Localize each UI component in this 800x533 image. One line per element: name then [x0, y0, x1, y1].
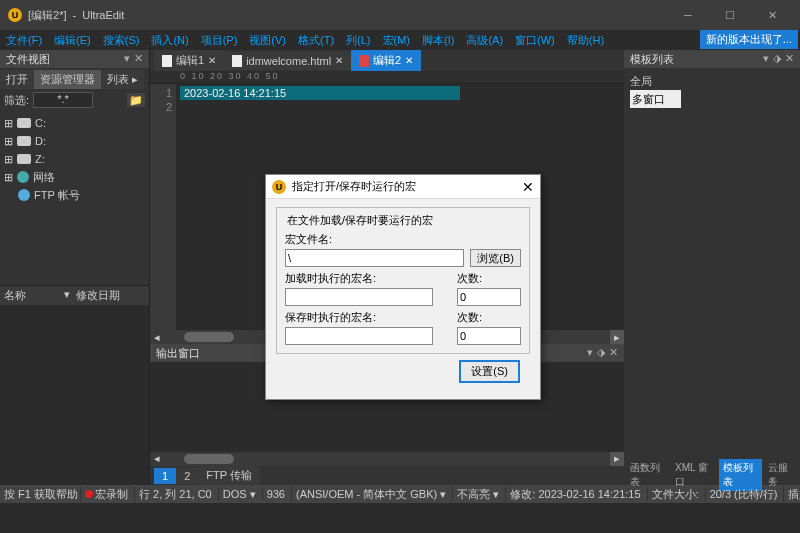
drive-z[interactable]: ⊞ Z: [4, 150, 145, 168]
set-button[interactable]: 设置(S) [459, 360, 520, 383]
tab-close-icon[interactable]: ✕ [208, 55, 216, 66]
output-tab-2[interactable]: 2 [176, 468, 198, 484]
save-count-input[interactable] [457, 327, 521, 345]
save-count-label: 次数: [457, 310, 521, 325]
menu-macro[interactable]: 宏(M) [383, 33, 411, 48]
file-list-body [0, 305, 149, 485]
ftp-item[interactable]: FTP 帐号 [4, 186, 145, 204]
app-icon: U [8, 8, 22, 22]
file-view-header: 文件视图 ▾✕ [0, 50, 149, 68]
menu-view[interactable]: 视图(V) [249, 33, 286, 48]
pin-icon[interactable]: ▾ [124, 52, 130, 66]
template-title: 模板列表 [630, 52, 674, 66]
tab-close-icon[interactable]: ✕ [335, 55, 343, 66]
file-icon [359, 55, 369, 67]
dialog-titlebar[interactable]: U 指定打开/保存时运行的宏 ✕ [266, 175, 540, 199]
close-button[interactable]: ✕ [752, 1, 792, 29]
menu-edit[interactable]: 编辑(E) [54, 33, 91, 48]
scrollbar-thumb[interactable] [184, 332, 234, 342]
dialog-close-icon[interactable]: ✕ [522, 179, 534, 195]
maximize-button[interactable]: ☐ [710, 1, 750, 29]
explorer-tab[interactable]: 资源管理器 [34, 70, 101, 89]
text-line-1[interactable]: 2023-02-16 14:21:15 [180, 86, 460, 100]
network-item[interactable]: ⊞ 网络 [4, 168, 145, 186]
doc-tab-1[interactable]: 编辑1✕ [154, 50, 224, 71]
output-tab-1[interactable]: 1 [154, 468, 176, 484]
titlebar: U [编辑2*] - UltraEdit ─ ☐ ✕ [0, 0, 800, 30]
save-macro-input[interactable] [285, 327, 433, 345]
line-gutter: 1 2 [150, 84, 176, 330]
sb-size: 文件大小: [647, 487, 703, 502]
browse-button[interactable]: 浏览(B) [470, 249, 521, 267]
menu-project[interactable]: 项目(P) [201, 33, 238, 48]
menu-script[interactable]: 脚本(I) [422, 33, 454, 48]
output-tab-ftp[interactable]: FTP 传输 [198, 466, 260, 485]
sb-mod: 修改: 2023-02-16 14:21:15 [505, 487, 644, 502]
template-global[interactable]: 全局 [630, 72, 794, 90]
sb-pos: 行 2, 列 21, C0 [134, 487, 216, 502]
ruler: 0 10 20 30 40 50 [150, 71, 624, 84]
menu-help[interactable]: 帮助(H) [567, 33, 604, 48]
template-dropdown-icon[interactable]: ▾ [763, 52, 769, 66]
record-icon [85, 490, 93, 498]
title-doc: [编辑2*] [28, 8, 67, 23]
minimize-button[interactable]: ─ [668, 1, 708, 29]
menubar: 文件(F) 编辑(E) 搜索(S) 插入(N) 项目(P) 视图(V) 格式(T… [0, 30, 800, 50]
load-count-label: 次数: [457, 271, 521, 286]
list-tab[interactable]: 列表 ▸ [101, 70, 144, 89]
statusbar: 按 F1 获取帮助 宏录制 行 2, 列 21, C0 DOS ▾ 936 (A… [0, 485, 800, 503]
right-tabs: 函数列表 XML 窗口 模板列表 云服务 [624, 465, 800, 485]
drive-c[interactable]: ⊞ C: [4, 114, 145, 132]
folder-icon[interactable]: 📁 [127, 93, 145, 107]
output-title: 输出窗口 [156, 346, 200, 360]
drive-d[interactable]: ⊞ D: [4, 132, 145, 150]
menu-advanced[interactable]: 高级(A) [466, 33, 503, 48]
menu-window[interactable]: 窗口(W) [515, 33, 555, 48]
macro-file-input[interactable] [285, 249, 464, 267]
file-icon [232, 55, 242, 67]
drive-tree: ⊞ C: ⊞ D: ⊞ Z: ⊞ 网络 FTP 帐号 [0, 110, 149, 208]
doc-tab-2[interactable]: idmwelcome.html✕ [224, 52, 351, 70]
tab-close-icon[interactable]: ✕ [405, 55, 413, 66]
output-tabs: 1 2 FTP 传输 [150, 466, 624, 485]
template-multiwindow[interactable]: 多窗口 [630, 90, 681, 108]
col-date[interactable]: 修改日期 [70, 288, 145, 303]
doc-tab-3[interactable]: 编辑2✕ [351, 50, 421, 71]
file-label: 宏文件名: [285, 232, 521, 247]
new-version-banner[interactable]: 新的版本出现了... [700, 30, 798, 49]
sb-os[interactable]: DOS ▾ [218, 488, 260, 501]
sb-record[interactable]: 宏录制 [80, 487, 132, 502]
menu-format[interactable]: 格式(T) [298, 33, 334, 48]
output-hscroll[interactable]: ◂ ▸ [150, 452, 624, 466]
template-close-icon[interactable]: ✕ [785, 52, 794, 66]
col-name[interactable]: 名称 [4, 288, 64, 303]
scroll-right-icon[interactable]: ▸ [610, 330, 624, 344]
open-button[interactable]: 打开 [0, 70, 34, 89]
menu-search[interactable]: 搜索(S) [103, 33, 140, 48]
sb-enc[interactable]: (ANSI/OEM - 简体中文 GBK) ▾ [291, 487, 450, 502]
load-macro-input[interactable] [285, 288, 433, 306]
menu-insert[interactable]: 插入(N) [151, 33, 188, 48]
title-app: UltraEdit [82, 9, 124, 21]
output-close-icon[interactable]: ✕ [609, 346, 618, 360]
sb-cp: 936 [262, 488, 289, 500]
sb-hl[interactable]: 不高亮 ▾ [452, 487, 503, 502]
dialog-title: 指定打开/保存时运行的宏 [292, 179, 416, 194]
macro-dialog: U 指定打开/保存时运行的宏 ✕ 在文件加载/保存时要运行的宏 宏文件名: 浏览… [265, 174, 541, 400]
file-list-header: 名称 ▾ 修改日期 [0, 285, 149, 305]
file-view-title: 文件视图 [6, 52, 50, 66]
load-count-input[interactable] [457, 288, 521, 306]
output-pin-icon[interactable]: ⬗ [597, 346, 605, 360]
menu-file[interactable]: 文件(F) [6, 33, 42, 48]
output-dropdown-icon[interactable]: ▾ [587, 346, 593, 360]
menu-column[interactable]: 列(L) [346, 33, 370, 48]
filter-label: 筛选: [4, 93, 29, 108]
template-pin-icon[interactable]: ⬗ [773, 52, 781, 66]
filter-input[interactable]: *.* [33, 92, 93, 108]
scroll-right-icon[interactable]: ▸ [610, 452, 624, 466]
pane-close-icon[interactable]: ✕ [134, 52, 143, 66]
dialog-icon: U [272, 180, 286, 194]
file-view-pane: 文件视图 ▾✕ 打开 资源管理器 列表 ▸ 筛选: *.* 📁 ⊞ C: ⊞ D… [0, 50, 150, 485]
scrollbar-thumb[interactable] [184, 454, 234, 464]
sb-ins[interactable]: 插入 [783, 487, 800, 502]
